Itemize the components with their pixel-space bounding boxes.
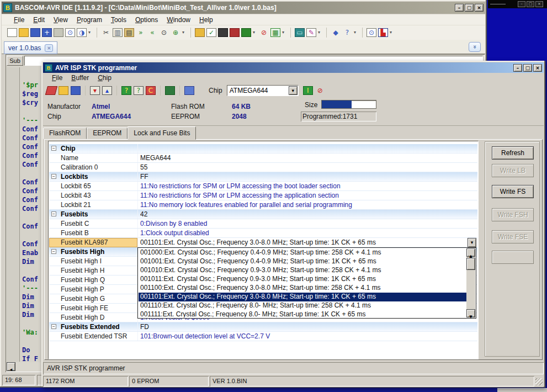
close-icon[interactable] — [475, 4, 484, 12]
open-file-icon[interactable] — [19, 28, 29, 37]
close-icon[interactable] — [533, 64, 542, 72]
dropdown-caret-icon[interactable] — [390, 28, 394, 37]
write-chip-icon[interactable]: ▾ — [90, 86, 100, 95]
dropdown-option[interactable]: 001100:Ext. Crystal Osc.; Frequency 3.0-… — [139, 284, 466, 293]
dropdown-caret-icon[interactable] — [354, 28, 358, 37]
dropdown-caret-icon[interactable] — [88, 28, 93, 37]
save-file-icon[interactable] — [30, 28, 40, 37]
collapse-icon[interactable]: − — [51, 249, 56, 254]
minimize-icon[interactable] — [518, 1, 525, 7]
menu-edit[interactable]: Edit — [29, 15, 49, 24]
menu-file[interactable]: File — [47, 73, 67, 82]
info-icon[interactable]: ◆ — [331, 28, 341, 37]
tab-ver-1-0-bas[interactable]: ver 1.0.bas — [4, 41, 57, 54]
save-as-icon[interactable]: + — [42, 28, 52, 37]
grid-row[interactable]: Lockbit 2111:No memory lock features ena… — [49, 200, 477, 210]
statistics-icon[interactable]: ◑ — [77, 28, 87, 37]
taskbar-button-edge[interactable] — [497, 388, 547, 392]
program-chip-icon[interactable] — [195, 28, 205, 37]
open-file-icon[interactable] — [59, 86, 68, 95]
dropdown-caret-icon[interactable] — [253, 28, 257, 37]
grid-row[interactable]: Lockbit 6511:No restrictions for SPM or … — [49, 182, 477, 191]
copy-icon[interactable]: ▥ — [113, 28, 123, 37]
tab-overflow-chevron-icon[interactable] — [469, 42, 481, 52]
calculator-icon[interactable]: ▦ — [270, 28, 280, 37]
scrollbar-thumb[interactable] — [466, 258, 475, 270]
pdf-icon[interactable]: ▙ — [378, 28, 388, 37]
minimize-icon[interactable] — [455, 4, 464, 12]
grid-group-row[interactable]: −Fusebits ExtendedFD — [49, 322, 477, 332]
menu-file[interactable]: File — [9, 15, 29, 24]
syntax-check-icon[interactable]: ✓ — [206, 28, 216, 37]
verify-chip-icon[interactable]: ? — [121, 86, 131, 95]
write-fs-button[interactable]: Write FS — [492, 185, 534, 198]
menu-tools[interactable]: Tools — [107, 15, 131, 24]
menu-chip[interactable]: Chip — [93, 73, 116, 82]
save-file-icon[interactable] — [71, 86, 81, 95]
chip-red-icon[interactable] — [230, 28, 240, 37]
menu-buffer[interactable]: Buffer — [67, 73, 93, 82]
read-signature-icon[interactable]: ? — [134, 86, 144, 95]
fusebit-dropdown-list[interactable]: 001000:Ext. Crystal Osc.; Frequency 0.4-… — [137, 247, 476, 319]
cancel-programming-icon[interactable]: ⊘ — [315, 86, 325, 95]
grid-row[interactable]: Lockbit 4311:No restrictions for SPM or … — [49, 191, 477, 200]
grid-group-row[interactable]: −LockbitsFF — [49, 172, 477, 182]
refresh-button[interactable]: Refresh — [492, 146, 534, 160]
find-next-icon[interactable]: ⊕ — [171, 28, 180, 37]
maximize-icon[interactable] — [523, 64, 532, 72]
dropdown-option[interactable]: 001101:Ext. Crystal Osc.; Frequency 3.0-… — [139, 293, 466, 301]
minimize-icon[interactable] — [513, 64, 522, 72]
menu-program[interactable]: Program — [72, 15, 107, 24]
grid-row[interactable]: Fusebit Extended TSR101:Brown-out detect… — [49, 332, 477, 341]
tab-flashrom[interactable]: FlashROM — [43, 128, 87, 139]
maximize-icon[interactable] — [465, 4, 474, 12]
simulator-icon[interactable] — [241, 28, 251, 37]
scroll-left-icon[interactable] — [7, 362, 15, 371]
collapse-icon[interactable]: − — [51, 146, 56, 151]
dropdown-option[interactable]: 001011:Ext. Crystal Osc.; Frequency 0.9-… — [139, 275, 466, 284]
dropdown-caret-icon[interactable] — [182, 28, 187, 37]
indent-icon[interactable]: » — [136, 28, 146, 37]
menu-window[interactable]: Window — [162, 15, 195, 24]
cut-icon[interactable]: ✂ — [101, 28, 111, 37]
menu-view[interactable]: View — [49, 15, 72, 24]
close-icon[interactable] — [535, 1, 543, 7]
chip-select-combo[interactable]: ATMEGA644 — [227, 85, 299, 96]
erase-buffer-icon[interactable] — [45, 86, 57, 95]
new-file-icon[interactable] — [7, 28, 17, 37]
dropdown-option[interactable]: 001111:Ext. Crystal Osc.; Frequency 8.0-… — [139, 310, 466, 317]
compare-flash-icon[interactable]: C — [146, 86, 156, 95]
tab-eeprom[interactable]: EEPROM — [87, 128, 128, 139]
find-icon[interactable]: ⊙ — [159, 28, 169, 37]
chevron-down-icon[interactable] — [289, 86, 298, 95]
paste-icon[interactable]: ▤ — [124, 28, 134, 37]
dropdown-caret-icon[interactable] — [282, 28, 286, 37]
scroll-up-icon[interactable] — [466, 248, 475, 257]
read-chip-icon[interactable]: ▴ — [102, 86, 112, 95]
grid-group-row[interactable]: −Fusebits42 — [49, 210, 477, 219]
graphic-converter-icon[interactable]: ✎ — [306, 28, 316, 37]
exit-programmer-icon[interactable] — [184, 86, 194, 95]
restore-icon[interactable] — [527, 1, 534, 7]
menu-help[interactable]: Help — [195, 15, 217, 24]
resize-grip[interactable] — [535, 378, 543, 385]
lcd-display-icon[interactable]: ▭ — [295, 28, 305, 37]
pdf-preview-icon[interactable]: ⊙ — [367, 28, 376, 37]
fusebit-combo-drop-icon[interactable] — [468, 238, 476, 247]
dropdown-caret-icon[interactable] — [318, 28, 322, 37]
grid-row[interactable]: Calibration 055 — [49, 163, 477, 172]
print-icon[interactable] — [54, 28, 63, 37]
collapse-icon[interactable]: − — [51, 174, 56, 179]
grid-row[interactable]: Fusebit C0:Divison by 8 enabled — [49, 219, 477, 229]
collapse-icon[interactable]: − — [51, 211, 56, 216]
grid-row[interactable]: Fusebit KLA987001101:Ext. Crystal Osc.; … — [49, 238, 477, 247]
grid-group-row[interactable]: −Chip — [49, 144, 477, 153]
dropdown-option[interactable]: 001110:Ext. Crystal Osc.; Frequency 8.0-… — [139, 301, 466, 310]
menu-options[interactable]: Options — [131, 15, 162, 24]
dropdown-option[interactable]: 001001:Ext. Crystal Osc.; Frequency 0.4-… — [139, 257, 466, 266]
grid-row[interactable]: Fusebit B1:Clock output disabled — [49, 229, 477, 238]
identify-chip-icon[interactable]: I — [303, 86, 313, 95]
grid-row[interactable]: NameMEGA644 — [49, 153, 477, 163]
chip-black-icon[interactable] — [218, 28, 228, 37]
dropdown-option[interactable]: 001000:Ext. Crystal Osc.; Frequency 0.4-… — [139, 248, 466, 257]
